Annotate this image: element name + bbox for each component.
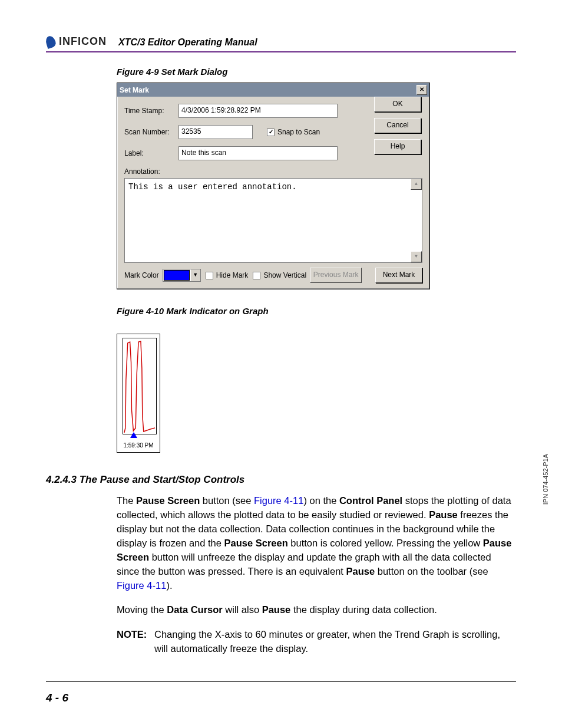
footer-rule: [46, 681, 516, 682]
ok-button[interactable]: OK: [374, 97, 421, 112]
figure-4-10-caption: Figure 4-10 Mark Indicator on Graph: [117, 306, 516, 316]
mark-arrow-icon: [130, 432, 137, 438]
note-label: NOTE:: [117, 628, 154, 656]
show-vertical-checkbox[interactable]: Show Vertical: [253, 271, 306, 279]
mark-color-select[interactable]: ▼: [163, 269, 201, 282]
snap-to-scan-label: Snap to Scan: [277, 128, 320, 136]
ipn-code: IPN 074-452-P1A: [542, 454, 549, 505]
graph-time-label: 1:59:30 PM: [117, 442, 160, 449]
checkbox-icon: ✓: [267, 129, 275, 136]
figure-4-11-link[interactable]: Figure 4-11: [117, 580, 166, 591]
section-heading: 4.2.4.3 The Pause and Start/Stop Control…: [46, 474, 516, 486]
page-header: INFICON XTC/3 Editor Operating Manual: [46, 35, 516, 52]
dialog-title-bar[interactable]: Set Mark ✕: [117, 83, 429, 97]
logo-mark-icon: [44, 35, 57, 49]
graph-trace-icon: [123, 338, 156, 434]
next-mark-button[interactable]: Next Mark: [375, 268, 422, 283]
checkbox-icon: [253, 272, 260, 279]
brand-logo: INFICON: [46, 35, 107, 48]
manual-title: XTC/3 Editor Operating Manual: [118, 37, 257, 48]
previous-mark-button[interactable]: Previous Mark: [310, 268, 362, 283]
body-paragraph-2: Moving the Data Cursor will also Pause t…: [117, 603, 516, 617]
label-label: Label:: [124, 149, 178, 157]
scroll-down-icon[interactable]: ▼: [411, 251, 422, 262]
hide-mark-checkbox[interactable]: Hide Mark: [206, 271, 249, 279]
chevron-down-icon: ▼: [190, 269, 200, 281]
snap-to-scan-checkbox[interactable]: ✓ Snap to Scan: [267, 128, 320, 136]
scan-number-input[interactable]: 32535: [178, 125, 253, 139]
hide-mark-label: Hide Mark: [216, 271, 249, 279]
annotation-textarea[interactable]: This is a user entered annotation. ▲ ▼: [124, 178, 422, 263]
show-vertical-label: Show Vertical: [263, 271, 306, 279]
annotation-text: This is a user entered annotation.: [128, 182, 297, 192]
dialog-title: Set Mark: [120, 86, 149, 94]
annotation-label: Annotation:: [124, 167, 178, 176]
mark-color-label: Mark Color: [124, 271, 159, 279]
cancel-button[interactable]: Cancel: [374, 118, 421, 133]
help-button[interactable]: Help: [374, 139, 421, 154]
checkbox-icon: [206, 272, 213, 279]
time-stamp-input[interactable]: 4/3/2006 1:59:28.922 PM: [178, 104, 338, 118]
time-stamp-label: Time Stamp:: [124, 107, 178, 115]
body-paragraph-1: The Pause Screen button (see Figure 4-11…: [117, 494, 516, 592]
color-swatch-icon: [164, 270, 190, 281]
close-icon[interactable]: ✕: [416, 85, 427, 95]
mark-indicator-graph: 1:59:30 PM: [117, 334, 160, 453]
figure-4-11-link[interactable]: Figure 4-11: [254, 495, 303, 506]
scan-number-label: Scan Number:: [124, 128, 178, 136]
note-text: Changing the X-axis to 60 minutes or gre…: [154, 628, 516, 656]
scroll-up-icon[interactable]: ▲: [411, 179, 422, 190]
set-mark-dialog: Set Mark ✕ OK Cancel Help Time Stamp: 4/…: [117, 83, 430, 289]
note-block: NOTE: Changing the X-axis to 60 minutes …: [117, 628, 516, 656]
label-input[interactable]: Note this scan: [178, 146, 338, 160]
brand-name: INFICON: [59, 35, 107, 48]
figure-4-9-caption: Figure 4-9 Set Mark Dialog: [117, 67, 516, 77]
page-number: 4 - 6: [46, 691, 68, 704]
